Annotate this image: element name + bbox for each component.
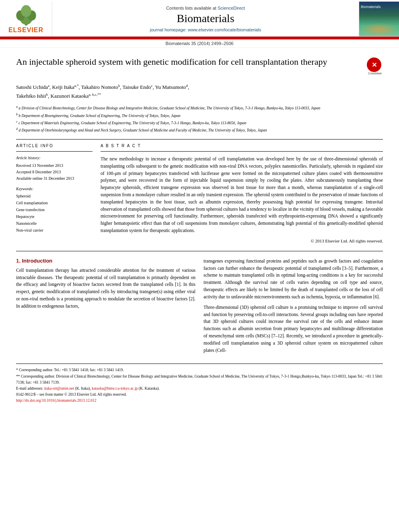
title-section: An injectable spheroid system with genet…: [16, 56, 383, 78]
journal-homepage: journal homepage: www.elsevier.com/locat…: [150, 27, 261, 32]
email-2-name: (K. Kataoka).: [139, 386, 160, 390]
sciencedirect-link[interactable]: ScienceDirect: [218, 6, 245, 10]
info-abstract-section: Article info Article history: Received 1…: [16, 144, 383, 244]
email-1-name: (K. Itaka),: [75, 386, 90, 390]
journal-cover: Biomaterials: [359, 2, 399, 36]
article-title: An injectable spheroid system with genet…: [16, 56, 360, 68]
article-container: An injectable spheroid system with genet…: [0, 48, 399, 412]
email-label: E-mail addresses:: [16, 386, 43, 390]
info-divider: [16, 151, 93, 152]
intro-para-1: Cell transplantation therapy has attract…: [16, 267, 195, 310]
journal-title-area: Contents lists available at ScienceDirec…: [52, 2, 359, 36]
intro-para-2: transgenes expressing functional protein…: [204, 258, 383, 301]
copyright-line: © 2013 Elsevier Ltd. All rights reserved…: [101, 238, 383, 244]
keywords-label: Keywords:: [16, 187, 93, 191]
article-info-col: Article info Article history: Received 1…: [16, 144, 93, 244]
keyword-5: Nanomicelle: [16, 220, 93, 227]
doi-line: http://dx.doi.org/10.1016/j.biomaterials…: [16, 398, 383, 404]
contents-line: Contents lists available at ScienceDirec…: [166, 6, 245, 10]
homepage-link[interactable]: journal homepage: www.elsevier.com/locat…: [150, 27, 261, 32]
corresponding-2: ** Corresponding author. Division of Cli…: [16, 374, 383, 386]
affiliation-d: d d Department of Otorhinolaryngology an…: [16, 127, 383, 133]
keyword-6: Non-viral carrier: [16, 227, 93, 234]
abstract-col: A B S T R A C T The new methodology to i…: [101, 144, 383, 244]
affiliations: a a Division of Clinical Biotechnology, …: [16, 105, 383, 134]
keyword-1: Spheroid: [16, 193, 93, 199]
elsevier-brand-text: ELSEVIER: [8, 27, 43, 34]
article-dates: Received 13 November 2013 Accepted 8 Dec…: [16, 162, 93, 182]
issn-line: 0142-9612/$ – see front matter © 2013 El…: [16, 392, 383, 398]
article-info-header: Article info: [16, 144, 93, 148]
crossmark-icon: ✕: [367, 58, 381, 72]
abstract-header: A B S T R A C T: [101, 144, 383, 148]
keyword-4: Hepatocyte: [16, 213, 93, 220]
keyword-2: Cell transplantation: [16, 199, 93, 206]
crossmark-label: CrossMark: [367, 72, 383, 75]
intro-body-right: transgenes expressing functional protein…: [204, 258, 383, 354]
accepted-date: Accepted 8 December 2013: [16, 169, 93, 175]
email-1-link[interactable]: itaka-ort@umin.net: [44, 386, 74, 390]
article-history-label: Article history:: [16, 156, 93, 160]
keyword-3: Gene transfection: [16, 206, 93, 213]
abstract-paragraph: The new methodology to increase a therap…: [101, 156, 383, 234]
doi-link[interactable]: http://dx.doi.org/10.1016/j.biomaterials…: [16, 398, 97, 403]
keywords-list: Spheroid Cell transplantation Gene trans…: [16, 193, 93, 234]
corresponding-1: * Corresponding author. Tel.: +81 3 5841…: [16, 367, 383, 373]
intro-title-text: Introduction: [22, 258, 52, 264]
elsevier-logo: ELSEVIER: [0, 2, 52, 36]
citation-bar: Biomaterials 35 (2014) 2499–2506: [0, 39, 399, 48]
intro-body-left: Cell transplantation therapy has attract…: [16, 267, 195, 310]
intro-right-col: transgenes expressing functional protein…: [204, 258, 383, 357]
intro-two-col: 1. Introduction Cell transplantation the…: [16, 258, 383, 357]
intro-section-title: 1. Introduction: [16, 258, 195, 264]
footer-notes: * Corresponding author. Tel.: +81 3 5841…: [16, 364, 383, 404]
available-date: Available online 31 December 2013: [16, 175, 93, 182]
received-date: Received 13 November 2013: [16, 162, 93, 169]
affiliation-c: c c Department of Materials Engineering,…: [16, 119, 383, 126]
journal-citation: Biomaterials 35 (2014) 2499–2506: [166, 41, 234, 46]
top-divider: [16, 139, 383, 140]
intro-para-3: Three-dimensional (3D) spheroid cell cul…: [204, 304, 383, 354]
crossmark-badge[interactable]: ✕ CrossMark: [367, 58, 383, 75]
body-content: 1. Introduction Cell transplantation the…: [16, 258, 383, 357]
intro-left-col: 1. Introduction Cell transplantation the…: [16, 258, 195, 357]
email-line: E-mail addresses: itaka-ort@umin.net (K.…: [16, 386, 383, 392]
abstract-divider: [101, 151, 383, 152]
authors-line: Satoshi Uchidaa, Keiji Itakaa,*, Takahir…: [16, 83, 383, 101]
red-bar: [0, 37, 399, 39]
cover-label: Biomaterials: [361, 5, 381, 9]
journal-header: ELSEVIER Contents lists available at Sci…: [0, 0, 399, 39]
abstract-text: The new methodology to increase a therap…: [101, 156, 383, 244]
email-2-link[interactable]: kataoka@bmw.t.u-tokyo.ac.jp: [92, 386, 138, 390]
affiliation-a: a a Division of Clinical Biotechnology, …: [16, 105, 383, 111]
svg-point-4: [21, 5, 31, 16]
journal-title: Biomaterials: [177, 12, 234, 25]
affiliation-b: b b Department of Bioengineering, Gradua…: [16, 112, 383, 119]
body-divider: [16, 251, 383, 251]
